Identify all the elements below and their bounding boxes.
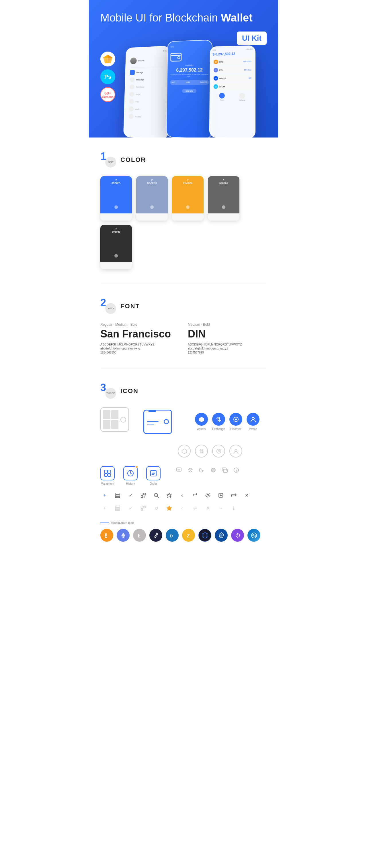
svg-rect-19 [108, 473, 111, 476]
font-grid: Regular · Medium · Bold San Francisco AB… [101, 322, 266, 354]
stellar-icon [248, 529, 260, 542]
list-gray-icon [113, 504, 122, 513]
search-icon [152, 491, 161, 500]
circle-icon [209, 466, 217, 474]
bottom-nav-row: Mangment History [101, 466, 266, 485]
svg-rect-56 [142, 506, 142, 507]
section-number-2: 2 TWO [101, 298, 116, 314]
svg-marker-67 [203, 534, 207, 537]
svg-rect-57 [144, 506, 145, 507]
history-icon-item: History [123, 466, 138, 485]
svg-point-7 [178, 56, 180, 59]
svg-rect-18 [104, 473, 107, 476]
blockchain-line [101, 523, 109, 523]
svg-point-13 [217, 449, 221, 453]
phone-left: 9:41 Profile Manage Message Red Card Nig… [123, 45, 170, 137]
layers-icon [186, 466, 194, 474]
font-din: Medium · Bold DIN ABCDEFGHIJKLMNOPQRSTUV… [188, 322, 266, 354]
svg-marker-12 [182, 448, 186, 453]
svg-text:Z: Z [187, 533, 190, 538]
star-icon [165, 491, 173, 500]
svg-text:₿: ₿ [105, 533, 107, 538]
forward-gray-icon: → [217, 504, 225, 513]
order-icon [146, 466, 161, 480]
assets-icon-item: Assets [195, 413, 208, 431]
tool-badges: Ps 60+ Screens [101, 52, 115, 102]
assets-outline-icon [178, 444, 191, 458]
swatch-gray: #666666 [208, 176, 239, 221]
phone-middle: 9:41 myWallet 6,297,502.12 Character may… [166, 39, 213, 137]
icon-section-header: 3 THREE ICON [101, 383, 266, 399]
check-gray-icon: ✓ [126, 504, 135, 513]
exchange-icon [212, 413, 225, 426]
info-icon [232, 466, 240, 474]
svg-point-28 [211, 468, 215, 472]
color-title: COLOR [120, 156, 146, 163]
nav-icons-outline [178, 444, 266, 458]
wallet-icons-row: Assets Exchange Discove [101, 407, 266, 436]
discover-outline-icon [212, 444, 225, 458]
svg-rect-36 [115, 496, 120, 498]
ps-badge: Ps [101, 69, 115, 84]
small-icons-row [175, 466, 240, 474]
exchange-icon-item: Exchange [212, 413, 225, 431]
svg-marker-61 [121, 532, 125, 537]
hero-section: Mobile UI for Blockchain Wallet UI Kit P… [89, 0, 278, 137]
lisk-icon [215, 529, 228, 542]
profile-icon [247, 413, 259, 426]
swatch-orange: #F5A623 [172, 176, 204, 221]
phone-right: 9:41+ 12-298 $ 6,297,502.12 ₿ BTC 788-20… [209, 45, 255, 137]
close-icon: ✕ [242, 491, 251, 500]
chevron-left-gray-icon: ‹ [178, 504, 186, 513]
font-sf: Regular · Medium · Bold San Francisco AB… [101, 322, 179, 354]
feather-icon [149, 529, 162, 542]
svg-point-48 [207, 494, 209, 496]
history-icon [123, 466, 138, 480]
swatch-blue: #3574FA [101, 176, 132, 221]
svg-point-33 [236, 469, 236, 469]
color-section: 1 ONE COLOR #3574FA #8DA0C8 #F5A623 [89, 137, 278, 284]
management-icon [101, 466, 115, 480]
plus-gray-icon: + [101, 504, 109, 513]
section-number-3: 3 THREE [101, 383, 116, 399]
svg-rect-52 [115, 509, 120, 510]
dash-icon: D [166, 529, 179, 542]
color-swatches: #3574FA #8DA0C8 #F5A623 #666666 [101, 176, 266, 269]
refresh-gray-icon: ↺ [152, 504, 161, 513]
svg-rect-42 [142, 496, 142, 497]
discover-icon [229, 413, 242, 426]
litecoin-icon: Ł [133, 529, 146, 542]
blockchain-label: BlockChain Icon [101, 521, 266, 525]
bitcoin-icon: ₿ [101, 529, 113, 542]
svg-rect-16 [104, 470, 107, 473]
ethereum-icon [117, 529, 130, 542]
wallet-wireframe-icon [101, 407, 135, 436]
svg-point-14 [218, 450, 219, 452]
swatch-gray-blue: #8DA0C8 [136, 176, 168, 221]
svg-rect-51 [115, 507, 120, 509]
list-icon [113, 491, 122, 500]
profile-outline-icon [229, 444, 242, 458]
svg-marker-69 [220, 534, 223, 537]
svg-marker-66 [202, 532, 208, 538]
nav-icons: Assets Exchange Discove [195, 413, 259, 431]
plus-icon: + [101, 491, 109, 500]
font-title: FONT [120, 303, 140, 310]
svg-marker-3 [103, 58, 112, 63]
export-icon [217, 491, 225, 500]
svg-text:D: D [170, 533, 173, 538]
order-icon-item: Order [146, 466, 161, 485]
qr-gray-icon [139, 504, 148, 513]
management-icon-item: Mangment [101, 466, 115, 485]
share-icon [191, 491, 199, 500]
tool-icons-row-1: + ✓ [101, 491, 266, 500]
moon-icon [198, 466, 206, 474]
svg-marker-47 [167, 493, 171, 498]
icon-section: 3 THREE ICON [89, 369, 278, 556]
profile-icon-item: Profile [247, 413, 259, 431]
discover-icon-item: Discover [229, 413, 242, 431]
assets-icon [195, 413, 208, 426]
svg-rect-58 [142, 509, 142, 510]
screens-badge: 60+ Screens [101, 87, 115, 102]
swatch-dark: #303030 [101, 225, 132, 269]
